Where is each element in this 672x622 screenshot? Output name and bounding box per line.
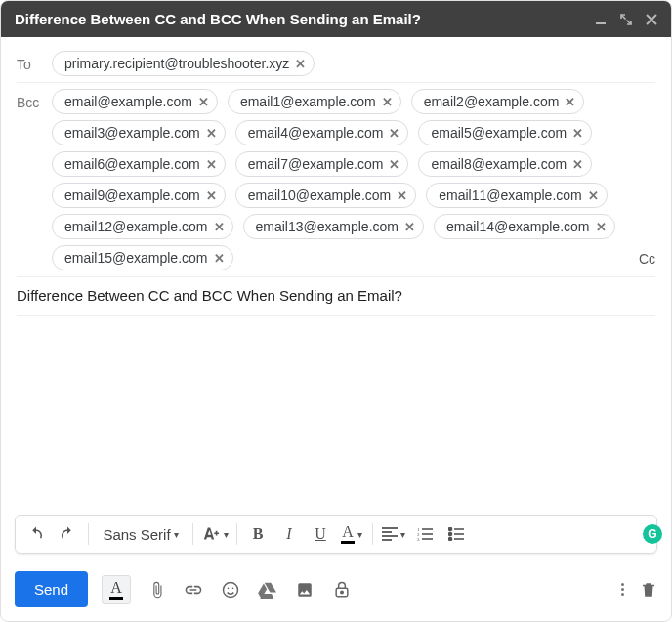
recipient-chip[interactable]: primary.recipient@troubleshooter.xyz✕ — [52, 51, 315, 76]
align-button[interactable] — [381, 521, 406, 547]
remove-chip-icon[interactable]: ✕ — [214, 221, 225, 233]
close-icon[interactable] — [646, 14, 657, 25]
recipient-chip[interactable]: email11@example.com✕ — [426, 183, 608, 208]
chip-email: email8@example.com — [431, 156, 567, 172]
chip-email: email10@example.com — [248, 187, 392, 203]
chip-email: email11@example.com — [439, 187, 582, 203]
recipient-chip[interactable]: email4@example.com✕ — [235, 120, 409, 145]
chip-email: email6@example.com — [64, 156, 200, 172]
font-size-select[interactable] — [201, 521, 229, 547]
recipient-chip[interactable]: email8@example.com✕ — [418, 151, 592, 177]
window-controls — [595, 14, 657, 25]
svg-point-23 — [232, 587, 234, 589]
recipient-chip[interactable]: email6@example.com✕ — [52, 151, 226, 177]
recipient-chip[interactable]: email@example.com✕ — [52, 89, 218, 114]
to-label: To — [17, 51, 52, 72]
compose-window: Difference Between CC and BCC When Sendi… — [0, 0, 672, 622]
chip-email: email3@example.com — [64, 125, 200, 141]
formatting-toggle-button[interactable]: A — [102, 575, 131, 604]
svg-text:3: 3 — [417, 537, 420, 541]
remove-chip-icon[interactable]: ✕ — [206, 189, 217, 202]
bcc-row[interactable]: Bcc email@example.com✕email1@example.com… — [17, 83, 655, 277]
remove-chip-icon[interactable]: ✕ — [206, 127, 217, 140]
underline-button[interactable]: U — [308, 521, 333, 547]
italic-button[interactable]: I — [276, 521, 302, 547]
remove-chip-icon[interactable]: ✕ — [382, 96, 393, 108]
discard-draft-icon[interactable] — [640, 580, 657, 600]
chip-email: primary.recipient@troubleshooter.xyz — [64, 56, 289, 71]
svg-point-21 — [224, 582, 238, 597]
recipient-chip[interactable]: email12@example.com✕ — [52, 214, 233, 239]
insert-photo-icon[interactable] — [295, 581, 315, 599]
recipient-chip[interactable]: email7@example.com✕ — [235, 151, 409, 177]
message-body[interactable] — [1, 316, 671, 515]
recipient-chip[interactable]: email10@example.com✕ — [235, 183, 417, 208]
insert-drive-icon[interactable] — [258, 581, 277, 599]
remove-chip-icon[interactable]: ✕ — [206, 158, 217, 171]
insert-emoji-icon[interactable] — [221, 580, 240, 600]
font-family-select[interactable]: Sans Serif — [97, 521, 185, 547]
subject-row[interactable]: Difference Between CC and BCC When Sendi… — [17, 277, 655, 316]
numbered-list-button[interactable]: 123 — [412, 521, 438, 547]
to-row[interactable]: To primary.recipient@troubleshooter.xyz✕ — [17, 45, 655, 83]
remove-chip-icon[interactable]: ✕ — [389, 158, 399, 171]
remove-chip-icon[interactable]: ✕ — [565, 96, 575, 108]
remove-chip-icon[interactable]: ✕ — [389, 127, 399, 140]
recipient-chip[interactable]: email5@example.com✕ — [418, 120, 592, 145]
subject-text[interactable]: Difference Between CC and BCC When Sendi… — [17, 287, 402, 304]
remove-chip-icon[interactable]: ✕ — [588, 189, 599, 202]
fullscreen-icon[interactable] — [620, 14, 632, 25]
titlebar: Difference Between CC and BCC When Sendi… — [1, 1, 671, 37]
chip-email: email4@example.com — [248, 125, 384, 141]
remove-chip-icon[interactable]: ✕ — [214, 252, 225, 265]
confidential-mode-icon[interactable] — [332, 580, 352, 600]
remove-chip-icon[interactable]: ✕ — [295, 58, 306, 70]
remove-chip-icon[interactable]: ✕ — [404, 221, 415, 233]
bold-button[interactable]: B — [245, 521, 271, 547]
undo-icon[interactable] — [23, 521, 49, 547]
bottom-right-controls — [621, 580, 657, 600]
insert-link-icon[interactable] — [184, 580, 203, 600]
grammarly-icon[interactable]: G — [643, 524, 662, 544]
svg-point-16 — [449, 533, 452, 536]
recipient-chip[interactable]: email2@example.com✕ — [411, 89, 585, 114]
chip-email: email@example.com — [64, 94, 192, 109]
remove-chip-icon[interactable]: ✕ — [572, 158, 583, 171]
remove-chip-icon[interactable]: ✕ — [572, 127, 583, 140]
redo-icon[interactable] — [55, 521, 80, 547]
send-button[interactable]: Send — [15, 571, 88, 607]
bottom-icons: A — [102, 575, 352, 604]
chip-email: email9@example.com — [64, 187, 200, 203]
window-title: Difference Between CC and BCC When Sendi… — [15, 11, 595, 27]
chip-email: email5@example.com — [431, 125, 567, 141]
recipient-chip[interactable]: email14@example.com✕ — [434, 214, 615, 239]
chip-email: email7@example.com — [248, 156, 384, 172]
svg-point-17 — [449, 538, 452, 541]
recipient-chip[interactable]: email1@example.com✕ — [228, 89, 401, 114]
chip-email: email2@example.com — [424, 94, 560, 109]
more-options-icon[interactable] — [621, 583, 624, 596]
text-color-button[interactable]: A — [339, 521, 364, 547]
bottom-bar: Send A — [1, 561, 671, 621]
chip-email: email15@example.com — [64, 250, 208, 266]
to-chips[interactable]: primary.recipient@troubleshooter.xyz✕ — [52, 51, 655, 76]
svg-point-15 — [449, 528, 452, 531]
cc-toggle-link[interactable]: Cc — [631, 247, 655, 270]
recipient-chip[interactable]: email13@example.com✕ — [243, 214, 425, 239]
attach-file-icon[interactable] — [148, 580, 166, 600]
recipient-chip[interactable]: email3@example.com✕ — [52, 120, 226, 145]
bcc-chips[interactable]: email@example.com✕email1@example.com✕ema… — [52, 89, 631, 270]
recipient-chip[interactable]: email9@example.com✕ — [52, 183, 226, 208]
bulleted-list-button[interactable] — [443, 521, 469, 547]
chip-email: email12@example.com — [64, 219, 208, 234]
remove-chip-icon[interactable]: ✕ — [397, 189, 407, 202]
minimize-icon[interactable] — [595, 14, 607, 25]
recipient-fields: To primary.recipient@troubleshooter.xyz✕… — [1, 37, 671, 316]
svg-point-25 — [341, 591, 344, 594]
svg-point-22 — [228, 587, 230, 589]
remove-chip-icon[interactable]: ✕ — [198, 96, 209, 108]
format-toolbar: Sans Serif B I U A 123 G — [15, 515, 657, 554]
remove-chip-icon[interactable]: ✕ — [596, 221, 607, 233]
chip-email: email1@example.com — [240, 94, 376, 109]
recipient-chip[interactable]: email15@example.com✕ — [52, 245, 233, 270]
